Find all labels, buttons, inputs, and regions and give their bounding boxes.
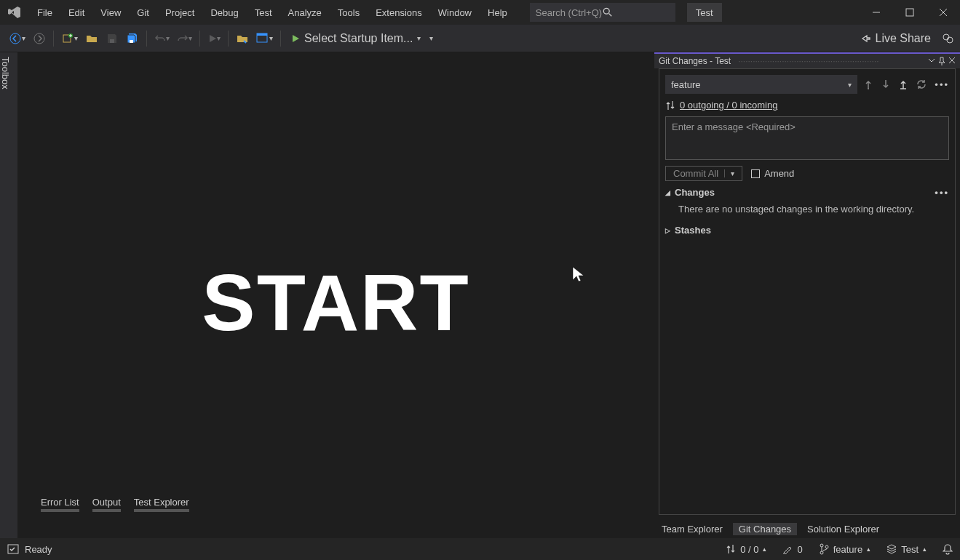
separator xyxy=(53,31,54,47)
separator xyxy=(146,31,147,47)
save-all-button[interactable] xyxy=(123,29,142,48)
redo-button[interactable]: ▾ xyxy=(174,29,195,48)
tasks-icon[interactable] xyxy=(7,544,19,554)
pencil-icon xyxy=(782,544,793,554)
branch-dropdown[interactable]: feature ▾ xyxy=(665,75,857,94)
side-panel-tabs: Team Explorer Git Changes Solution Explo… xyxy=(654,519,960,538)
start-overlay-text: START xyxy=(202,256,469,348)
sync-icon[interactable] xyxy=(916,79,927,90)
startup-item-label: Select Startup Item... xyxy=(304,32,413,45)
repo-icon xyxy=(886,544,897,554)
new-item-button[interactable]: ▾ xyxy=(58,29,81,48)
menu-tools[interactable]: Tools xyxy=(330,0,368,25)
svg-rect-11 xyxy=(130,40,133,43)
sync-arrows-icon xyxy=(665,100,675,111)
sync-status-link[interactable]: 0 outgoing / 0 incoming xyxy=(680,100,777,111)
status-repo[interactable]: Test ▴ xyxy=(886,544,927,555)
svg-rect-10 xyxy=(110,39,114,43)
svg-point-7 xyxy=(34,33,44,44)
nav-forward-button[interactable] xyxy=(30,29,49,48)
maximize-button[interactable] xyxy=(893,0,927,25)
pull-icon[interactable] xyxy=(881,79,891,90)
menu-debug[interactable]: Debug xyxy=(202,0,246,25)
content-area: Toolbox START Error List Output Test Exp… xyxy=(0,52,960,538)
svg-point-0 xyxy=(603,8,609,14)
commit-message-input[interactable]: Enter a message <Required> xyxy=(665,116,949,160)
close-icon[interactable] xyxy=(948,57,956,65)
status-bar: Ready 0 / 0 ▴ 0 feature ▴ Test ▴ xyxy=(0,538,960,560)
save-button[interactable] xyxy=(103,29,122,48)
open-file-button[interactable] xyxy=(82,29,101,48)
notifications-icon[interactable] xyxy=(943,543,953,555)
feedback-icon[interactable] xyxy=(941,32,954,45)
pin-icon[interactable] xyxy=(938,57,945,65)
amend-label: Amend xyxy=(764,168,794,179)
main-menu: File Edit View Git Project Debug Test An… xyxy=(29,0,515,25)
menu-test[interactable]: Test xyxy=(247,0,280,25)
tab-test-explorer[interactable]: Test Explorer xyxy=(134,497,189,512)
push-icon[interactable] xyxy=(898,79,908,90)
menu-edit[interactable]: Edit xyxy=(60,0,92,25)
vs-logo-icon xyxy=(0,5,29,20)
separator xyxy=(199,31,200,47)
close-button[interactable] xyxy=(927,0,960,25)
menu-window[interactable]: Window xyxy=(430,0,480,25)
live-share-label: Live Share xyxy=(876,32,932,45)
tab-solution-explorer[interactable]: Solution Explorer xyxy=(807,524,879,535)
menu-project[interactable]: Project xyxy=(157,0,202,25)
nav-back-button[interactable]: ▾ xyxy=(6,29,28,48)
status-pending-changes[interactable]: 0 xyxy=(782,544,802,555)
status-branch-name: feature xyxy=(833,544,862,555)
undo-button[interactable]: ▾ xyxy=(151,29,172,48)
commit-all-label: Commit All xyxy=(673,168,718,179)
separator xyxy=(228,31,229,47)
status-sync[interactable]: 0 / 0 ▴ xyxy=(726,544,766,555)
bottom-tool-tabs: Error List Output Test Explorer xyxy=(41,497,189,512)
status-branch[interactable]: feature ▴ xyxy=(819,543,870,555)
git-panel-title: Git Changes - Test xyxy=(659,56,731,66)
toolbox-tab[interactable]: Toolbox xyxy=(0,52,17,538)
menu-help[interactable]: Help xyxy=(480,0,515,25)
menu-file[interactable]: File xyxy=(29,0,60,25)
changes-section-header[interactable]: ◢ Changes ••• xyxy=(665,187,949,198)
amend-checkbox[interactable]: Amend xyxy=(751,168,794,179)
svg-rect-13 xyxy=(257,33,267,36)
svg-point-15 xyxy=(947,37,953,43)
tab-output[interactable]: Output xyxy=(92,497,121,512)
search-input[interactable]: Search (Ctrl+Q) xyxy=(530,3,675,22)
svg-point-19 xyxy=(820,551,823,554)
branch-icon xyxy=(819,543,829,555)
status-text: Ready xyxy=(25,544,52,555)
menu-analyze[interactable]: Analyze xyxy=(280,0,330,25)
expand-icon: ▷ xyxy=(665,227,670,234)
status-pending-count: 0 xyxy=(797,544,802,555)
tab-error-list[interactable]: Error List xyxy=(41,497,79,512)
commit-all-button[interactable]: Commit All ▾ xyxy=(665,166,742,181)
minimize-button[interactable] xyxy=(860,0,893,25)
browse-button[interactable] xyxy=(233,29,252,48)
status-repo-name: Test xyxy=(901,544,919,555)
live-share-button[interactable]: Live Share xyxy=(860,32,932,45)
more-icon[interactable]: ••• xyxy=(935,187,949,198)
start-debug-button[interactable]: ▾ xyxy=(205,29,223,48)
search-icon xyxy=(603,7,670,17)
status-sync-count: 0 / 0 xyxy=(740,544,758,555)
startup-item-selector[interactable]: Select Startup Item... ▾ ▾ xyxy=(285,32,439,45)
more-icon[interactable]: ••• xyxy=(935,79,949,90)
window-layout-button[interactable]: ▾ xyxy=(253,29,276,48)
svg-point-14 xyxy=(943,34,949,40)
tab-git-changes[interactable]: Git Changes xyxy=(733,523,797,535)
git-panel-titlebar: Git Changes - Test ·····················… xyxy=(654,52,960,68)
menu-extensions[interactable]: Extensions xyxy=(368,0,430,25)
solution-name-pill[interactable]: Test xyxy=(687,3,722,22)
menu-git[interactable]: Git xyxy=(129,0,157,25)
sync-status-row[interactable]: 0 outgoing / 0 incoming xyxy=(665,100,949,111)
dropdown-icon[interactable] xyxy=(928,57,935,65)
stashes-section-header[interactable]: ▷ Stashes xyxy=(665,225,949,236)
checkbox-icon xyxy=(751,169,760,178)
svg-point-20 xyxy=(825,545,828,548)
fetch-icon[interactable] xyxy=(863,79,873,90)
tab-team-explorer[interactable]: Team Explorer xyxy=(662,524,723,535)
window-controls xyxy=(860,0,960,25)
menu-view[interactable]: View xyxy=(92,0,129,25)
